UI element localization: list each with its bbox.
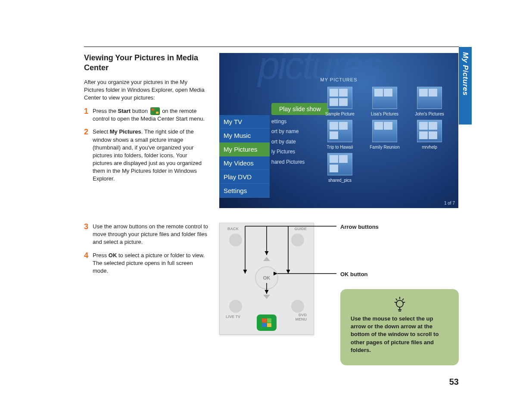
remote-guide-button (291, 234, 304, 246)
svg-line-17 (402, 299, 404, 300)
arrow-left-icon (239, 274, 246, 281)
lightbulb-icon (393, 295, 407, 312)
step-3: 3 Use the arrow buttons on the remote co… (84, 223, 209, 246)
mc-play-slideshow: Play slide show (271, 103, 329, 115)
remote-back-label: BACK (227, 227, 239, 231)
mc-folder-item: Sample Picture (321, 87, 359, 116)
remote-livetv-label: LIVE TV (226, 314, 240, 319)
mc-background-word: pictures (258, 53, 380, 88)
arrow-down-icon (263, 295, 270, 299)
step-number: 2 (84, 127, 88, 137)
remote-ok-button: OK (255, 266, 278, 290)
page-content: My Pictures Viewing Your Pictures in Med… (84, 47, 459, 47)
remote-back-button (229, 234, 242, 246)
tip-box: Use the mouse to select the up arrow or … (340, 289, 459, 365)
mc-nav: My TV My Music My Pictures My Videos Pla… (219, 115, 270, 198)
remote-control-diagram: BACK GUIDE OK LIVE TV DVD MENU (219, 223, 314, 335)
mc-page-counter: 1 of 7 (444, 201, 455, 206)
arrow-up-icon (263, 257, 270, 261)
mc-nav-item: Settings (219, 184, 270, 198)
mc-folder-item: Trip to Hawaii (321, 120, 359, 149)
step-number: 1 (84, 106, 88, 117)
mc-folder-item: Family Reunion (366, 120, 404, 149)
step-2: 2 Select My Pictures. The right side of … (84, 128, 207, 183)
mc-nav-item: Play DVD (219, 170, 270, 184)
media-center-screenshot: pictures MY PICTURES Play slide show ett… (219, 53, 458, 208)
remote-guide-label: GUIDE (294, 227, 307, 231)
step-number: 4 (84, 250, 88, 261)
mc-folder-item: shared_pics (321, 153, 359, 183)
start-button-icon (150, 107, 160, 115)
mc-nav-item: My Music (219, 129, 270, 143)
arrow-right-icon (287, 274, 294, 281)
mc-folder-item: John's Pictures (411, 87, 448, 116)
tip-text: Use the mouse to select the up arrow or … (351, 315, 439, 353)
mc-folder-item: Lisa's Pictures (366, 87, 404, 116)
left-column: Viewing Your Pictures in Media Center Af… (84, 53, 207, 188)
section-tab: My Pictures (459, 47, 472, 125)
step-4: 4 Press OK to select a picture or folder… (84, 252, 209, 275)
remote-start-button (257, 314, 277, 331)
mc-nav-item: My TV (219, 115, 270, 129)
mc-nav-item: My Videos (219, 156, 270, 170)
remote-dvdmenu-label: DVD MENU (291, 313, 307, 321)
intro-paragraph: After you organize your pictures in the … (84, 78, 207, 102)
left-column-lower: 3 Use the arrow buttons on the remote co… (84, 223, 209, 280)
remote-dvdmenu-button (291, 300, 304, 313)
remote-dpad: OK (236, 254, 297, 302)
mc-header: MY PICTURES (219, 77, 458, 82)
remote-livetv-button (229, 300, 242, 313)
callout-arrow-buttons: Arrow buttons (340, 224, 379, 230)
page-number: 53 (449, 377, 459, 387)
svg-line-16 (396, 299, 397, 300)
windows-flag-icon (262, 318, 271, 327)
mc-nav-item-active: My Pictures (219, 143, 270, 156)
step-1: 1 Press the Start button on the remote c… (84, 107, 207, 123)
callout-ok-button: OK button (340, 271, 368, 277)
step-number: 3 (84, 221, 88, 232)
mc-submenu: ettings ort by name ort by date ly Pictu… (271, 117, 305, 167)
mc-folder-item: mrvhelp (411, 120, 448, 149)
svg-point-9 (396, 300, 403, 307)
section-title: Viewing Your Pictures in Media Center (84, 53, 207, 72)
mc-thumbnail-grid: Sample Picture Lisa's Pictures John's Pi… (321, 87, 448, 183)
